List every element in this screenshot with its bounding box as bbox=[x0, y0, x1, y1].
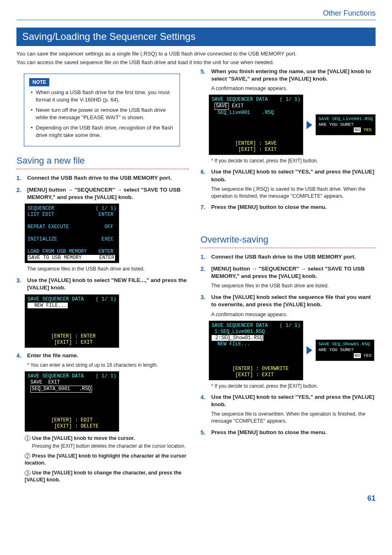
after-text: A confirmation message appears. bbox=[211, 85, 376, 92]
substep-after: Pressing the [EXIT] button deletes the c… bbox=[32, 443, 189, 449]
ow-step-2: 2. [MENU] button → "SEQUENCER" → select … bbox=[201, 265, 376, 280]
lcd-save-confirm: SAVE SEQUENCER DATA ( 1/ 1) SAVE EXIT SE… bbox=[209, 95, 376, 155]
page-number: 61 bbox=[16, 493, 376, 503]
section-label: Other Functions bbox=[16, 8, 376, 20]
step-text: Use the [VALUE] knob to select "NEW FILE… bbox=[27, 277, 189, 291]
step-text: [MENU] button → "SEQUENCER" → select "SA… bbox=[27, 186, 189, 201]
step-7: 7. Press the [MENU] button to close the … bbox=[201, 204, 376, 211]
footnote: If you decide to cancel, press the [EXIT… bbox=[211, 383, 376, 389]
substep-2: 2Press the [VALUE] knob to highlight the… bbox=[25, 453, 189, 467]
step-3: 3. Use the [VALUE] knob to select "NEW F… bbox=[16, 277, 189, 291]
step-6: 6. Use the [VALUE] knob to select "YES,"… bbox=[201, 168, 376, 183]
step-text: Press the [MENU] button to close the men… bbox=[211, 204, 327, 211]
note-label: NOTE bbox=[29, 78, 49, 86]
ow-step-1: 1. Connect the USB flash drive to the US… bbox=[201, 253, 376, 261]
after-text: The sequence file is overwritten. When t… bbox=[211, 411, 376, 425]
note-item: Never turn off the power or remove the U… bbox=[31, 106, 175, 121]
step-text: Use the [VALUE] knob to select "YES," an… bbox=[211, 393, 376, 408]
step-text: Use the [VALUE] knob to select "YES," an… bbox=[211, 168, 376, 183]
circled-1-icon: 1 bbox=[25, 435, 30, 441]
right-column: 5. When you finish entering the name, us… bbox=[201, 68, 376, 483]
ow-step-3: 3. Use the [VALUE] knob select the seque… bbox=[201, 294, 376, 308]
divider bbox=[16, 169, 189, 169]
ow-step-5: 5. Press the [MENU] button to close the … bbox=[201, 429, 376, 437]
after-text: The sequence files in the USB flash driv… bbox=[27, 266, 189, 273]
step-4: 4. Enter the file name. bbox=[16, 352, 189, 360]
step-text: Connect the USB flash drive to the USB M… bbox=[27, 174, 172, 182]
substep-1: 1Use the [VALUE] knob to move the cursor… bbox=[25, 435, 189, 442]
after-text: A confirmation message appears. bbox=[211, 311, 376, 318]
intro-p2: You can access the saved sequence file o… bbox=[16, 59, 376, 66]
ow-step-4: 4. Use the [VALUE] knob to select "YES,"… bbox=[201, 393, 376, 408]
after-text: The sequence files in the USB flash driv… bbox=[211, 282, 376, 289]
step-1: 1. Connect the USB flash drive to the US… bbox=[16, 174, 189, 182]
footnote: If you decide to cancel, press the [EXIT… bbox=[211, 157, 376, 164]
note-item: When using a USB flash drive for the fir… bbox=[31, 89, 175, 103]
note-box: NOTE When using a USB flash drive for th… bbox=[24, 74, 180, 146]
footnote: You can enter a text string of up to 16 … bbox=[27, 362, 189, 368]
page-title: Saving/Loading the Sequencer Settings bbox=[16, 28, 376, 46]
step-5: 5. When you finish entering the name, us… bbox=[201, 68, 376, 83]
step-text: Enter the file name. bbox=[27, 352, 78, 360]
lcd-filename: SAVE SEQUENCER DATA ( 1/ 1) SAVE EXIT SE… bbox=[25, 371, 189, 432]
note-item: Depending on the USB flash drive, recogn… bbox=[31, 124, 175, 139]
lcd-overwrite: SAVE SEQUENCER DATA ( 1/ 1) 1:SEQ_Live00… bbox=[209, 321, 376, 380]
after-text: The sequence file (.RSQ) is saved to the… bbox=[211, 186, 376, 200]
left-column: NOTE When using a USB flash drive for th… bbox=[16, 68, 189, 483]
divider bbox=[201, 247, 376, 248]
overwrite-title: Overwrite-saving bbox=[201, 234, 376, 246]
substep-3: 3Use the [VALUE] knob to change the char… bbox=[25, 469, 189, 483]
saving-title: Saving a new file bbox=[16, 155, 189, 167]
step-text: When you finish entering the name, use t… bbox=[211, 68, 376, 83]
circled-2-icon: 2 bbox=[25, 453, 30, 459]
step-text: Press the [MENU] button to close the men… bbox=[211, 429, 327, 437]
intro-p1: You can save the sequencer settings as a… bbox=[16, 50, 376, 58]
step-text: Use the [VALUE] knob select the sequence… bbox=[211, 294, 376, 308]
circled-3-icon: 3 bbox=[25, 470, 30, 476]
lcd-sequencer-menu: SEQUENCER ( 1/ 1) LIST EDIT ENTER REPEAT… bbox=[25, 204, 189, 263]
lcd-newfile: SAVE SEQUENCER DATA ( 1/ 1) NEW FILE... … bbox=[25, 294, 189, 348]
step-text: [MENU] button → "SEQUENCER" → select "SA… bbox=[211, 265, 376, 280]
step-text: Connect the USB flash drive to the USB M… bbox=[211, 253, 356, 261]
arrow-right-icon bbox=[307, 346, 312, 354]
step-2: 2. [MENU] button → "SEQUENCER" → select … bbox=[16, 186, 189, 201]
arrow-right-icon bbox=[307, 121, 312, 129]
intro-block: You can save the sequencer settings as a… bbox=[16, 50, 376, 66]
